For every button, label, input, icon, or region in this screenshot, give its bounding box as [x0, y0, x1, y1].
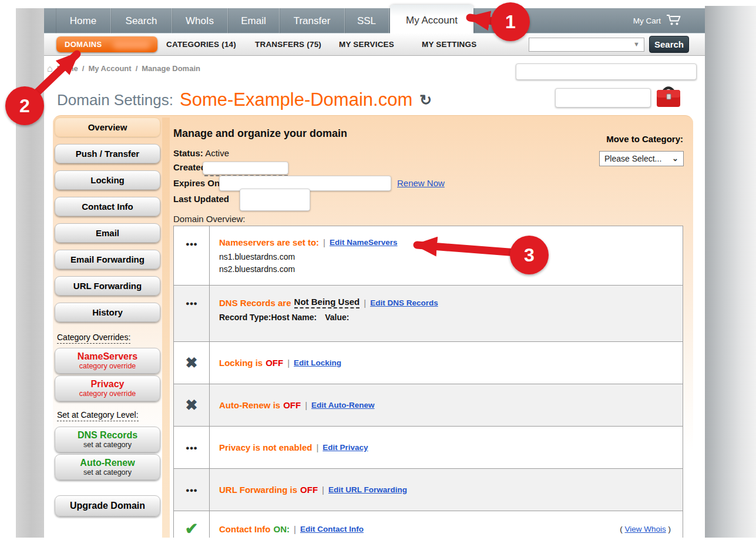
row-content: Auto-Renew is OFF | Edit Auto-Renew	[210, 384, 683, 426]
override-title: Privacy	[55, 378, 160, 390]
edit-dns-records-link[interactable]: Edit DNS Records	[370, 298, 438, 307]
page-title-domain: Some-Example-Domain.com	[180, 89, 412, 110]
sidebar-button-auto-renew-category[interactable]: Auto-Renew set at category	[55, 454, 160, 480]
category-select-dropdown[interactable]: Please Select... ⌄	[599, 151, 684, 166]
edit-contact-info-link[interactable]: Edit Contact Info	[300, 525, 364, 533]
breadcrumb-separator: /	[136, 64, 138, 73]
subnav-tab-transfers[interactable]: TRANSFERS (75)	[255, 33, 321, 56]
my-cart-button[interactable]: My Cart	[633, 8, 681, 33]
home-icon: ⌂	[47, 65, 53, 73]
subnav-tab-my-services[interactable]: MY SERVICES	[339, 33, 394, 56]
dots-icon: ●●●	[186, 300, 197, 307]
sidebar-item-url-forwarding[interactable]: URL Forwarding	[55, 276, 160, 296]
sidebar-item-email[interactable]: Email	[55, 223, 160, 243]
last-updated-line: Last Updated	[173, 194, 229, 204]
status-value: Active	[205, 148, 229, 158]
top-navigation-bar: Home Search WhoIs Email Transfer SSL My …	[44, 8, 705, 33]
pipe-separator: |	[323, 237, 325, 247]
table-row-auto-renew: ✖ Auto-Renew is OFF | Edit Auto-Renew	[174, 384, 683, 427]
cross-icon: ✖	[186, 397, 198, 414]
sidebar-item-history[interactable]: History	[55, 303, 160, 322]
edit-privacy-link[interactable]: Edit Privacy	[322, 443, 368, 452]
upgrade-domain-button[interactable]: Upgrade Domain	[55, 495, 160, 516]
sub-navigation-bar: DOMAINS CATEGORIES (14) TRANSFERS (75) M…	[44, 33, 705, 56]
paren-open: (	[620, 525, 623, 533]
subnav-tab-domains-active[interactable]: DOMAINS	[56, 36, 157, 52]
domain-manager-screen: Home Search WhoIs Email Transfer SSL My …	[0, 0, 756, 547]
last-updated-label: Last Updated	[173, 194, 229, 204]
sidebar-button-dns-records-category[interactable]: DNS Records set at category	[55, 427, 160, 452]
row-title-emphasis: Not Being Used	[294, 297, 360, 308]
nav-tab-search[interactable]: Search	[111, 8, 172, 33]
category-title: Auto-Renew	[55, 457, 160, 468]
set-at-category-heading: Set at Category Level:	[57, 410, 139, 421]
row-title: Auto-Renew is	[219, 400, 280, 410]
page-title: Domain Settings: Some-Example-Domain.com…	[57, 86, 432, 113]
expires-on-label: Expires On	[173, 178, 220, 188]
refresh-icon[interactable]: ↻	[419, 92, 432, 109]
search-combobox[interactable]: ▼	[529, 38, 644, 52]
status-off-text: OFF	[266, 358, 283, 368]
icon-cell: ✖	[174, 342, 210, 384]
row-content: Privacy is not enabled | Edit Privacy	[210, 427, 683, 468]
left-margin-band	[16, 8, 44, 538]
row-title: Contact Info	[219, 524, 271, 534]
renew-now-link[interactable]: Renew Now	[397, 178, 445, 188]
sidebar-item-overview[interactable]: Overview	[55, 118, 160, 137]
view-whois-link[interactable]: View Whois	[624, 525, 666, 533]
table-row-url-forwarding: ●●● URL Forwarding is OFF | Edit URL For…	[174, 469, 683, 511]
top-nav-tabs: Home Search WhoIs Email Transfer SSL	[56, 8, 389, 33]
status-off-text: OFF	[283, 400, 301, 410]
row-content: DNS Records are Not Being Used | Edit DN…	[210, 286, 683, 341]
row-title: Nameservers are set to:	[219, 237, 319, 247]
section-heading: Manage and organize your domain	[173, 127, 347, 140]
nav-tab-whois[interactable]: WhoIs	[172, 8, 228, 33]
category-title: DNS Records	[55, 429, 160, 441]
combobox-dropdown-icon[interactable]: ▼	[633, 41, 640, 48]
category-select-value: Please Select...	[604, 152, 661, 166]
pipe-separator: |	[294, 524, 296, 534]
right-margin-band	[705, 6, 756, 538]
record-type-label: Record Type:	[219, 313, 271, 322]
status-line: Status: Active	[173, 148, 229, 158]
sidebar-item-contact-info[interactable]: Contact Info	[55, 197, 160, 216]
check-icon: ✔	[185, 519, 199, 538]
nav-tab-transfer[interactable]: Transfer	[280, 8, 345, 33]
sidebar-button-privacy-override[interactable]: Privacy category override	[55, 375, 160, 401]
subnav-tab-categories[interactable]: CATEGORIES (14)	[166, 33, 236, 56]
domain-overview-table: ●●● Nameservers are set to: | Edit NameS…	[173, 226, 683, 547]
sidebar-button-nameservers-override[interactable]: NameServers category override	[55, 348, 160, 374]
nav-tab-email[interactable]: Email	[228, 8, 280, 33]
redacted-updated-date	[240, 189, 310, 211]
breadcrumb-my-account[interactable]: My Account	[88, 64, 131, 73]
nav-tab-my-account-active[interactable]: My Account	[390, 5, 473, 33]
status-on-text: ON:	[274, 524, 290, 534]
value-label: Value:	[325, 313, 349, 322]
table-row-privacy: ●●● Privacy is not enabled | Edit Privac…	[174, 427, 683, 469]
sidebar-item-locking[interactable]: Locking	[55, 170, 160, 190]
redacted-box	[516, 63, 697, 80]
pipe-separator: |	[287, 358, 290, 368]
host-name-label: Host Name:	[271, 313, 317, 322]
panel-left-strip	[162, 118, 170, 547]
edit-auto-renew-link[interactable]: Edit Auto-Renew	[311, 401, 375, 410]
edit-locking-link[interactable]: Edit Locking	[294, 358, 341, 367]
chevron-down-icon: ⌄	[672, 152, 678, 166]
icon-cell: ●●●	[174, 226, 210, 285]
dots-icon: ●●●	[186, 240, 197, 247]
toolbox-icon[interactable]	[654, 85, 683, 111]
breadcrumb-home[interactable]: Home	[57, 64, 78, 73]
search-button[interactable]: Search	[649, 36, 689, 53]
nav-tab-home[interactable]: Home	[56, 8, 111, 33]
edit-url-forwarding-link[interactable]: Edit URL Forwarding	[328, 485, 407, 494]
override-subtitle: category override	[55, 362, 160, 370]
move-to-category-label: Move to Category:	[587, 134, 683, 144]
sidebar-item-email-forwarding[interactable]: Email Forwarding	[55, 250, 160, 269]
row-content: URL Forwarding is OFF | Edit URL Forward…	[210, 469, 683, 511]
sidebar-item-push-transfer[interactable]: Push / Transfer	[55, 144, 160, 163]
subnav-tab-my-settings[interactable]: MY SETTINGS	[422, 33, 476, 56]
nav-tab-ssl[interactable]: SSL	[345, 8, 389, 33]
category-subtitle: set at category	[55, 441, 160, 449]
edit-nameservers-link[interactable]: Edit NameServers	[330, 238, 398, 247]
override-title: NameServers	[55, 351, 160, 362]
